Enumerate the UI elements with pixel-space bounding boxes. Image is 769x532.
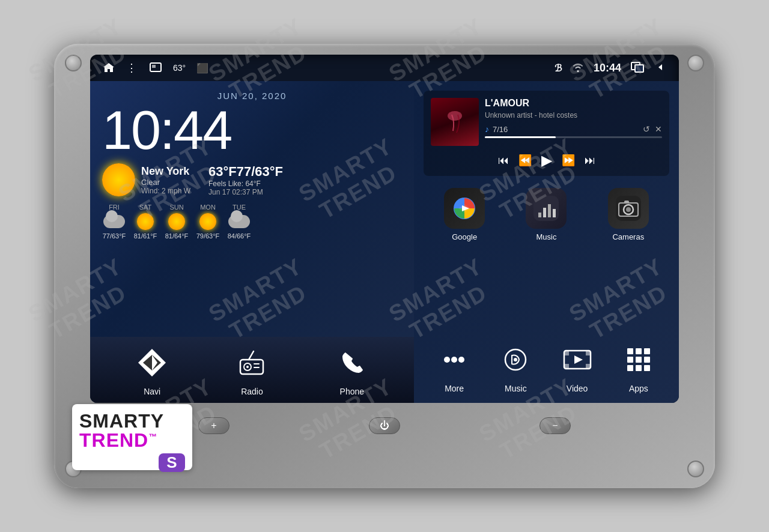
svg-rect-3 — [635, 65, 643, 72]
svg-rect-21 — [553, 209, 556, 217]
volume-up-btn[interactable]: + — [198, 417, 229, 434]
svg-rect-1 — [152, 65, 156, 68]
fast-forward-btn[interactable]: ⏩ — [562, 154, 575, 167]
forecast-mon: MON 79/63°F — [196, 204, 220, 240]
skip-back-far-btn[interactable]: ⏮ — [498, 154, 509, 167]
right-panel: L'AMOUR Unknown artist - hotel costes ♪ … — [414, 81, 679, 403]
right-nav-items: More Music — [424, 336, 669, 393]
media-actions: ↺ ✕ — [643, 124, 662, 134]
bolt-tr — [687, 55, 704, 71]
forecast-mon-icon — [196, 213, 220, 231]
svg-rect-39 — [644, 348, 650, 354]
nav-music[interactable]: Music — [485, 340, 546, 393]
svg-rect-45 — [644, 365, 650, 371]
svg-rect-40 — [627, 357, 633, 363]
app-cameras[interactable]: Cameras — [608, 188, 649, 241]
bolt-br — [687, 461, 704, 477]
nav-radio[interactable]: Radio — [202, 343, 302, 396]
svg-point-9 — [246, 366, 249, 368]
temperature-display: 63° — [173, 63, 186, 73]
navi-icon-wrap — [133, 343, 171, 382]
svg-rect-37 — [627, 348, 633, 354]
weather-temp-main: 63°F77/63°F Feels Like: 64°F Jun 17 02:3… — [208, 164, 283, 196]
svg-point-29 — [458, 357, 464, 363]
play-btn[interactable]: ▶ — [541, 152, 552, 169]
temp-main-display: 63°F77/63°F — [208, 164, 283, 180]
power-btn[interactable]: ⏻ — [369, 417, 400, 434]
google-icon — [444, 188, 485, 229]
media-top: L'AMOUR Unknown artist - hotel costes ♪ … — [431, 98, 662, 146]
forecast-sun: SUN 81/64°F — [165, 204, 189, 240]
svg-rect-38 — [636, 348, 642, 354]
device-shell: ⋮ 63° ⬛ ℬ — [54, 44, 715, 488]
weather-city: New York — [141, 165, 190, 178]
time-display: 10:44 — [594, 62, 621, 74]
forecast-sun-icon — [165, 213, 189, 231]
rewind-btn[interactable]: ⏪ — [518, 154, 532, 167]
svg-point-27 — [444, 357, 450, 363]
refresh-icon[interactable]: ↺ — [643, 124, 650, 134]
wifi-icon — [572, 62, 584, 74]
nav-more[interactable]: More — [424, 340, 485, 393]
media-player: L'AMOUR Unknown artist - hotel costes ♪ … — [424, 91, 669, 176]
back-icon[interactable] — [654, 62, 667, 74]
app-music[interactable]: Music — [526, 188, 567, 241]
svg-rect-35 — [586, 364, 591, 369]
progress-bar-fill — [485, 136, 556, 138]
forecast-sat: SAT 81/61°F — [133, 204, 157, 240]
svg-line-12 — [249, 351, 254, 360]
nav-navi[interactable]: Navi — [102, 343, 202, 396]
svg-rect-33 — [564, 364, 569, 369]
close-media-icon[interactable]: ✕ — [655, 124, 662, 134]
multiwindow-icon[interactable] — [631, 62, 644, 74]
svg-point-13 — [448, 111, 462, 121]
nav-apps[interactable]: Apps — [608, 340, 669, 393]
weather-info: New York Clear Wind: 2 mph W — [141, 165, 190, 195]
screen: ⋮ 63° ⬛ ℬ — [90, 55, 679, 403]
home-icon[interactable] — [102, 62, 115, 74]
forecast-fri: FRI 77/63°F — [102, 204, 126, 240]
nav-video[interactable]: Video — [547, 340, 608, 393]
brand-name-trend: TREND™ — [79, 431, 157, 450]
brand-logo: SMARTY TREND™ S — [72, 404, 192, 470]
main-content: JUN 20, 2020 10:44 New York Clear Wind: … — [90, 81, 679, 403]
apps-icon-wrap — [619, 340, 658, 379]
skip-forward-far-btn[interactable]: ⏭ — [585, 154, 595, 167]
screenshot-icon[interactable] — [149, 62, 162, 74]
svg-rect-43 — [627, 365, 633, 371]
cameras-label: Cameras — [612, 232, 644, 241]
music-app-icon — [526, 188, 567, 229]
nav-phone[interactable]: Phone — [302, 343, 402, 396]
progress-bar[interactable] — [485, 136, 662, 138]
svg-rect-32 — [564, 351, 569, 355]
svg-rect-34 — [586, 351, 591, 355]
svg-rect-19 — [543, 208, 546, 217]
brand-name-smarty: SMARTY — [79, 411, 164, 431]
menu-dots-icon[interactable]: ⋮ — [126, 61, 138, 74]
radio-icon-wrap — [233, 343, 271, 382]
phone-label: Phone — [340, 387, 364, 396]
svg-point-28 — [451, 357, 457, 363]
more-label: More — [445, 384, 464, 393]
bolt-tl — [65, 55, 82, 71]
album-art-figure — [431, 98, 479, 146]
svg-rect-20 — [548, 204, 551, 217]
svg-rect-44 — [636, 365, 642, 371]
svg-marker-36 — [574, 355, 583, 364]
apps-grid: Google — [424, 183, 669, 246]
track-num: 7/16 — [493, 125, 508, 134]
svg-rect-41 — [636, 357, 642, 363]
usb-icon: ⬛ — [196, 62, 208, 74]
forecast: FRI 77/63°F SAT 81/61°F — [102, 204, 402, 240]
radio-label: Radio — [241, 387, 263, 396]
volume-down-btn[interactable]: − — [540, 417, 571, 434]
forecast-tue-icon — [227, 213, 251, 231]
app-google[interactable]: Google — [444, 188, 485, 241]
cameras-icon — [608, 188, 649, 229]
clock-display: 10:44 — [102, 103, 402, 157]
left-panel: JUN 20, 2020 10:44 New York Clear Wind: … — [90, 81, 414, 403]
svg-rect-11 — [254, 367, 260, 368]
weather-sun-icon — [102, 163, 135, 196]
music-nav-icon-wrap — [496, 340, 535, 379]
bottom-nav: Navi — [90, 337, 414, 403]
